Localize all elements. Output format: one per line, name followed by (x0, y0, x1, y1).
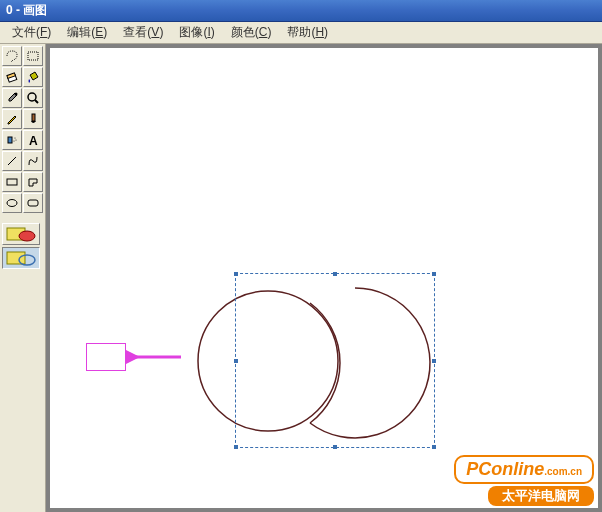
svg-point-4 (28, 93, 36, 101)
tool-eraser[interactable] (2, 67, 22, 87)
svg-point-17 (19, 231, 35, 241)
tool-line[interactable] (2, 151, 22, 171)
svg-point-3 (15, 93, 18, 96)
svg-point-14 (7, 200, 17, 207)
selection-handle[interactable] (234, 272, 238, 276)
menu-color[interactable]: 颜色(C) (223, 22, 280, 43)
watermark-sub: 太平洋电脑网 (488, 486, 594, 506)
tool-rect-select[interactable] (23, 46, 43, 66)
selection-handle[interactable] (432, 445, 436, 449)
watermark-logo: PConline.com.cn (454, 455, 594, 484)
selection-handle[interactable] (333, 272, 337, 276)
menu-help[interactable]: 帮助(H) (279, 22, 336, 43)
tool-airbrush[interactable] (2, 130, 22, 150)
svg-line-12 (8, 157, 16, 165)
tool-curve[interactable] (23, 151, 43, 171)
menu-bar: 文件(F) 编辑(E) 查看(V) 图像(I) 颜色(C) 帮助(H) (0, 22, 602, 44)
svg-rect-7 (8, 137, 12, 143)
selection-handle[interactable] (234, 359, 238, 363)
tool-options (0, 221, 45, 271)
svg-rect-15 (28, 200, 38, 206)
svg-point-9 (16, 140, 17, 141)
svg-rect-6 (32, 114, 35, 121)
tool-magnifier[interactable] (23, 88, 43, 108)
title-bar: 0 - 画图 (0, 0, 602, 22)
watermark: PConline.com.cn 太平洋电脑网 (454, 455, 594, 506)
tool-text[interactable]: A (23, 130, 43, 150)
tool-picker[interactable] (2, 88, 22, 108)
tool-fill[interactable] (23, 67, 43, 87)
tool-brush[interactable] (23, 109, 43, 129)
svg-text:A: A (29, 134, 38, 147)
svg-rect-0 (28, 52, 38, 60)
svg-point-10 (14, 141, 15, 142)
selection-handle[interactable] (432, 272, 436, 276)
workspace: A (0, 44, 602, 512)
selection-handle[interactable] (432, 359, 436, 363)
tool-pencil[interactable] (2, 109, 22, 129)
canvas-area: PConline.com.cn 太平洋电脑网 (46, 44, 602, 512)
canvas[interactable] (50, 48, 598, 508)
tool-rect[interactable] (2, 172, 22, 192)
selection-handle[interactable] (234, 445, 238, 449)
selection-handle[interactable] (333, 445, 337, 449)
menu-image[interactable]: 图像(I) (171, 22, 222, 43)
tool-polygon[interactable] (23, 172, 43, 192)
option-transparent-paste[interactable] (2, 247, 40, 269)
menu-edit[interactable]: 编辑(E) (59, 22, 115, 43)
svg-line-5 (35, 100, 38, 103)
svg-point-8 (15, 138, 16, 139)
tool-freeform-select[interactable] (2, 46, 22, 66)
menu-view[interactable]: 查看(V) (115, 22, 171, 43)
selection-box[interactable] (235, 273, 435, 448)
toolbox: A (0, 44, 45, 215)
svg-rect-13 (7, 179, 17, 185)
option-opaque-paste[interactable] (2, 223, 40, 245)
tool-column: A (0, 44, 46, 512)
svg-rect-18 (7, 252, 25, 264)
menu-file[interactable]: 文件(F) (4, 22, 59, 43)
tool-ellipse[interactable] (2, 193, 22, 213)
app-title: 0 - 画图 (6, 2, 47, 19)
tool-rounded-rect[interactable] (23, 193, 43, 213)
